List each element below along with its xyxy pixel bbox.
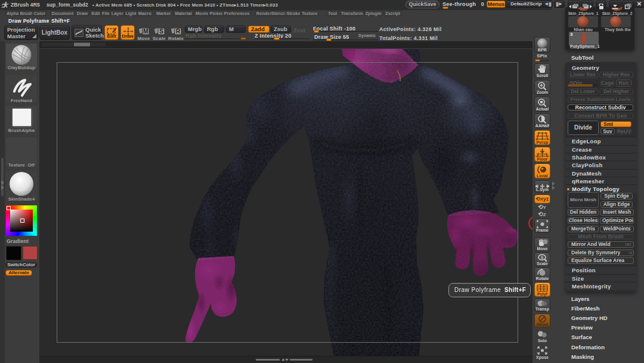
svg-text:S: S: [159, 28, 163, 35]
svg-text:Draw Polyframe: Draw Polyframe: [454, 287, 501, 293]
svg-text:R: R: [176, 28, 181, 35]
svg-text:S: S: [541, 256, 544, 260]
svg-text:M: M: [143, 28, 148, 35]
svg-text:Shift+F: Shift+F: [504, 287, 526, 293]
